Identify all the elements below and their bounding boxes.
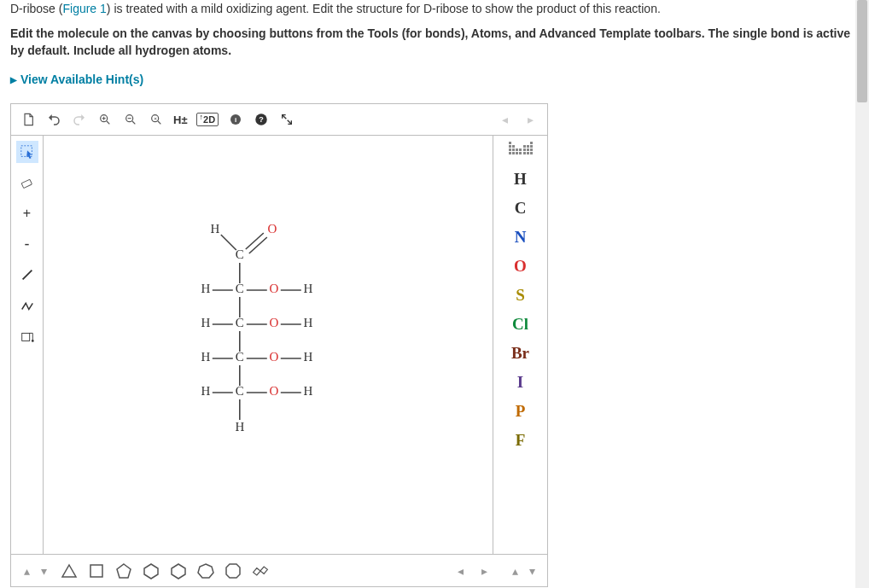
atom-O: O (269, 351, 278, 364)
atom-Cl-button[interactable]: Cl (504, 310, 538, 339)
single-bond-tool[interactable] (16, 264, 38, 286)
svg-line-8 (158, 121, 160, 124)
zoom-fit-icon[interactable]: ✕ (148, 111, 165, 128)
chain-tool[interactable] (16, 325, 38, 347)
atom-H: H (201, 282, 210, 296)
svg-rect-43 (509, 145, 511, 148)
atom-H: H (201, 385, 210, 399)
eraser-tool[interactable] (16, 172, 38, 194)
atom-N-button[interactable]: N (504, 223, 538, 252)
view-hints-button[interactable]: ▶ View Available Hint(s) (10, 73, 143, 86)
zoom-out-icon[interactable] (122, 111, 139, 128)
hints-label: View Available Hint(s) (20, 73, 143, 86)
svg-line-5 (132, 121, 135, 124)
svg-rect-58 (519, 152, 522, 154)
info-icon[interactable]: i (227, 111, 244, 128)
new-document-icon[interactable] (20, 111, 37, 128)
template-scroll-up-icon[interactable]: ▴ (20, 564, 33, 578)
svg-rect-60 (527, 152, 529, 154)
atom-C: C (236, 351, 244, 364)
double-triple-bond-tool[interactable] (16, 294, 38, 317)
template-scroll-down2-icon[interactable]: ▾ (525, 564, 539, 578)
atoms-panel: H C N O S Cl Br I P F (493, 136, 547, 554)
atom-H: H (303, 317, 312, 330)
svg-rect-57 (516, 152, 518, 154)
svg-rect-59 (523, 152, 526, 154)
svg-rect-41 (509, 142, 511, 144)
svg-marker-65 (144, 564, 158, 579)
svg-point-20 (31, 340, 33, 342)
template-nav-left-icon[interactable]: ◂ (453, 564, 467, 578)
template-toolbar: ▴ ▾ ◂ ▸ ▴ ▾ (11, 554, 547, 586)
svg-marker-62 (62, 565, 76, 577)
fullscreen-icon[interactable] (278, 111, 295, 128)
svg-text:i: i (235, 116, 236, 124)
template-hexagon[interactable] (143, 562, 160, 579)
undo-icon[interactable] (45, 111, 62, 128)
template-square[interactable] (88, 562, 105, 579)
molecule-editor: ✕ H± ↑2D i ? ◂ ▸ (10, 103, 548, 587)
figure-link[interactable]: Figure 1 (62, 2, 106, 15)
template-octagon[interactable] (225, 562, 242, 579)
atom-O: O (269, 317, 278, 330)
charge-minus-tool[interactable]: - (16, 233, 38, 255)
template-hexagon-alt[interactable] (170, 562, 187, 579)
hydrogen-toggle-button[interactable]: H± (173, 111, 188, 128)
instructions-text: Edit the molecule on the canvas by choos… (10, 25, 859, 60)
question-intro: D-ribose (Figure 1) is treated with a mi… (10, 0, 859, 18)
svg-rect-45 (523, 145, 526, 148)
atom-H-button[interactable]: H (504, 165, 538, 194)
atom-H: H (201, 351, 210, 364)
svg-rect-49 (512, 148, 515, 151)
atom-C: C (236, 282, 244, 296)
atom-O: O (269, 385, 278, 399)
scrollbar-thumb[interactable] (857, 0, 867, 102)
svg-rect-52 (523, 148, 526, 151)
svg-line-1 (107, 121, 109, 124)
svg-rect-17 (21, 179, 32, 188)
template-triangle[interactable] (61, 562, 78, 579)
template-scroll-up2-icon[interactable]: ▴ (508, 564, 522, 578)
zoom-in-icon[interactable] (96, 111, 114, 128)
atom-H: H (303, 282, 312, 296)
left-tools-panel: + - (11, 136, 44, 554)
svg-text:?: ? (259, 115, 264, 124)
svg-line-15 (288, 120, 292, 125)
nav-right-icon[interactable]: ▸ (522, 111, 539, 128)
two-d-toggle-button[interactable]: ↑2D (196, 113, 219, 126)
template-nav-right-icon[interactable]: ▸ (477, 564, 491, 578)
help-icon[interactable]: ? (253, 111, 270, 128)
svg-line-22 (246, 233, 264, 249)
svg-rect-56 (512, 152, 515, 154)
atom-H: H (303, 385, 312, 399)
atom-H: H (235, 421, 244, 434)
atom-Br-button[interactable]: Br (504, 339, 538, 368)
atom-C-button[interactable]: C (504, 194, 538, 223)
svg-rect-46 (527, 145, 529, 148)
svg-line-23 (249, 237, 267, 253)
template-scroll-down-icon[interactable]: ▾ (37, 564, 50, 578)
atom-O: O (269, 282, 278, 296)
marquee-select-tool[interactable] (16, 141, 38, 163)
atom-O-button[interactable]: O (504, 252, 538, 281)
nav-left-icon[interactable]: ◂ (496, 111, 513, 128)
top-toolbar: ✕ H± ↑2D i ? ◂ ▸ (11, 104, 547, 136)
template-pentagon[interactable] (115, 562, 132, 579)
atom-I-button[interactable]: I (504, 368, 538, 397)
redo-icon[interactable] (71, 111, 88, 128)
svg-rect-61 (530, 152, 533, 154)
atom-F-button[interactable]: F (504, 426, 538, 455)
template-heptagon[interactable] (197, 562, 214, 579)
atom-P-button[interactable]: P (504, 397, 538, 426)
charge-plus-tool[interactable]: + (16, 202, 38, 224)
svg-text:✕: ✕ (154, 116, 157, 121)
drawing-canvas[interactable]: H C O H C O H (44, 136, 493, 554)
svg-rect-44 (512, 145, 515, 148)
page-scrollbar[interactable] (855, 0, 869, 588)
periodic-table-icon[interactable] (508, 141, 534, 156)
atom-H: H (201, 317, 210, 330)
template-cyclohexane-chair[interactable] (252, 562, 269, 579)
molecule-d-ribose: H C O H C O H (144, 212, 332, 468)
svg-rect-53 (527, 148, 529, 151)
atom-S-button[interactable]: S (504, 281, 538, 310)
